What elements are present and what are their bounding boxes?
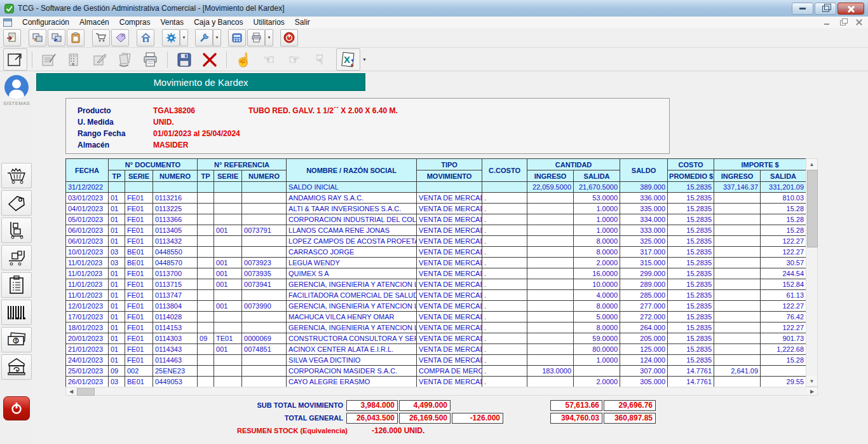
sidebar-tag-button[interactable]	[1, 190, 32, 216]
table-row[interactable]: 18/01/202301FE010114153GERENCIA, INGENIE…	[66, 323, 806, 333]
nav-top-button[interactable]: ☝	[231, 48, 255, 71]
sidebar-cart-full-button[interactable]	[1, 163, 32, 188]
sidebar-barcode-button[interactable]	[1, 300, 32, 325]
cell-numero: 0114303	[153, 333, 198, 344]
table-row[interactable]: 06/01/202301FE0101134050010073791LLANOS …	[66, 225, 806, 236]
save-button[interactable]	[172, 48, 196, 71]
cell-imp_sal: 331,201.09	[761, 182, 806, 193]
calculator-button[interactable]	[228, 29, 246, 46]
export-excel-button[interactable]: X	[336, 48, 360, 71]
settings-dropdown[interactable]: ▼	[180, 29, 188, 46]
sidebar-cart-box-button[interactable]	[1, 245, 32, 270]
table-row[interactable]: 11/01/202301FE010113747FACILITADORA COME…	[66, 290, 806, 301]
cell-ccosto: .	[482, 258, 527, 268]
product-label: Producto	[78, 105, 111, 116]
sidebar-bank-button[interactable]	[1, 354, 32, 380]
menu-ventas[interactable]: Ventas	[155, 17, 189, 27]
menu-almacen[interactable]: Almacén	[74, 17, 114, 27]
table-row[interactable]: 20/01/202301FE01011430309TE010000069CONS…	[66, 333, 806, 344]
report-exit-button[interactable]	[3, 29, 21, 46]
menu-configuracion[interactable]: Configuración	[17, 17, 74, 27]
horizontal-scroll-thumb[interactable]	[77, 388, 95, 396]
menu-bar: Configuración Almacén Compras Ventas Caj…	[0, 17, 868, 29]
table-row[interactable]: 21/01/202301FE0101143430010074851ACINOX …	[66, 344, 806, 355]
nav-prev-button[interactable]: ☜	[257, 48, 281, 71]
delete-button[interactable]	[198, 48, 222, 71]
table-row[interactable]: 03/01/202301FE010113216ANDAMIOS RAY S.A.…	[66, 193, 806, 204]
print-button[interactable]	[247, 29, 265, 46]
cell-imp_ing	[714, 225, 761, 236]
company-button[interactable]	[62, 48, 86, 71]
vertical-scrollbar[interactable]: ▲ ▼	[806, 158, 818, 387]
cell-imp_sal	[761, 366, 806, 377]
table-row[interactable]: 05/01/202301FE010113366CORPORACION INDUS…	[66, 214, 806, 225]
window-out-button[interactable]	[48, 29, 65, 46]
documents-hand-button[interactable]	[113, 48, 137, 71]
close-button[interactable]	[837, 3, 864, 15]
cell-prom: 15.2835	[668, 247, 714, 258]
sidebar-orders-button[interactable]	[1, 272, 32, 298]
mdi-minimize-button[interactable]	[823, 18, 831, 26]
cell-cant_ing	[527, 236, 574, 247]
cell-tp: 03	[109, 258, 125, 268]
main-toolbar: ▼ ▼ ▼	[0, 28, 868, 48]
print-dropdown[interactable]: ▼	[265, 29, 273, 46]
scroll-up-icon[interactable]: ▲	[806, 159, 817, 169]
menu-salir[interactable]: Salir	[290, 17, 315, 27]
settings-button[interactable]	[162, 29, 180, 46]
table-row[interactable]: 24/01/202301FE010114463SILVA VEGA DICTIN…	[66, 355, 806, 366]
sidebar-power-button[interactable]	[3, 396, 30, 420]
horizontal-scrollbar[interactable]: ◀ ▶	[65, 387, 818, 396]
mdi-restore-button[interactable]	[839, 18, 847, 26]
table-row[interactable]: 10/01/202303BE010448550CARRASCO JORGEVEN…	[66, 247, 806, 258]
print-preview-button[interactable]	[139, 48, 163, 71]
table-row[interactable]: 11/01/202301FE0101137000010073935QUIMEX …	[66, 268, 806, 279]
table-row[interactable]: 26/01/202303BE010449053CAYO ALEGRE ERASM…	[66, 377, 806, 387]
header-cant-ingreso: INGRESO	[527, 170, 574, 182]
home-button[interactable]	[137, 29, 154, 46]
edit-button[interactable]	[88, 48, 112, 71]
table-row[interactable]: 11/01/202303BE0104485700010073923LEGUA W…	[66, 258, 806, 268]
menu-caja-bancos[interactable]: Caja y Bancos	[189, 17, 248, 27]
table-row[interactable]: 31/12/2022SALDO INICIAL22,059.500021,670…	[66, 182, 806, 193]
scroll-right-icon[interactable]: ▶	[807, 387, 817, 395]
sidebar-money-button[interactable]: $	[1, 327, 32, 352]
notes-button[interactable]	[37, 48, 61, 71]
table-row[interactable]: 17/01/202301FE010114028MACHUCA VILCA HEN…	[66, 312, 806, 323]
cart-button[interactable]	[92, 29, 110, 46]
cell-ccosto: .	[482, 193, 527, 204]
minimize-button[interactable]	[792, 3, 813, 15]
menu-compras[interactable]: Compras	[114, 17, 156, 27]
table-row[interactable]: 12/01/202301FE0101138040010073990GERENCI…	[66, 301, 806, 312]
table-row[interactable]: 25/01/20230900225ENE23CORPORACION MASIDE…	[66, 366, 806, 377]
cell-fecha: 05/01/2023	[66, 214, 109, 225]
nav-next-button[interactable]: ☞	[282, 48, 306, 71]
nav-bottom-button[interactable]: ☟	[308, 48, 332, 71]
export-dropdown[interactable]: ▼	[362, 57, 367, 62]
cell-nombre: LLANOS CCAMA RENE JONAS	[287, 225, 417, 236]
menu-utilitarios[interactable]: Utilitarios	[248, 17, 290, 27]
scroll-left-icon[interactable]: ◀	[66, 387, 76, 395]
cell-saldo: 264.000	[620, 323, 668, 333]
tools-button[interactable]	[195, 29, 213, 46]
cell-ccosto: .	[482, 377, 527, 387]
tools-dropdown[interactable]: ▼	[213, 29, 221, 46]
restore-button[interactable]	[815, 3, 836, 15]
table-row[interactable]: 04/01/202301FE010113225ALTI & TAAR INVER…	[66, 204, 806, 214]
shutdown-button[interactable]	[280, 29, 298, 46]
cell-ccosto: .	[482, 366, 527, 377]
table-row[interactable]: 11/01/202301FE0101137150010073941GERENCI…	[66, 279, 806, 290]
new-window-button[interactable]	[3, 48, 27, 71]
cell-rserie: 001	[214, 268, 242, 279]
vertical-scroll-thumb[interactable]	[807, 170, 818, 247]
sidebar-hand-truck-button[interactable]	[1, 218, 32, 243]
table-row[interactable]: 06/01/202301FE010113432LOPEZ CAMPOS DE A…	[66, 236, 806, 247]
tag-button[interactable]	[111, 29, 129, 46]
cell-tp: 01	[109, 344, 125, 355]
clipboard-paste-button[interactable]	[67, 29, 85, 46]
scroll-down-icon[interactable]: ▼	[806, 376, 817, 386]
cell-imp_sal: 122.27	[761, 247, 806, 258]
window-in-button[interactable]	[29, 29, 46, 46]
cell-imp_sal: 76.42	[761, 312, 806, 323]
mdi-close-button[interactable]	[855, 18, 863, 26]
